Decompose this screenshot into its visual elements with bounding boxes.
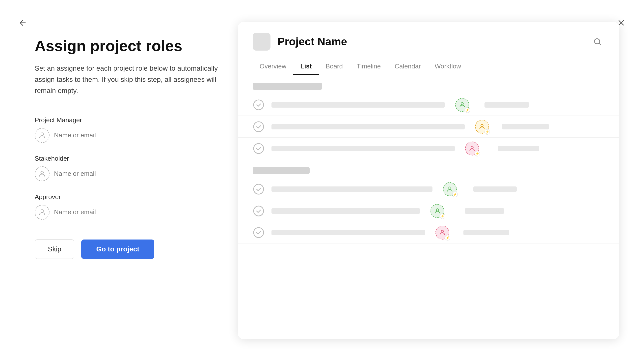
close-button[interactable] (613, 15, 629, 31)
search-icon-button[interactable] (590, 35, 604, 49)
status-pill (498, 146, 539, 151)
task-row: ⚡ (238, 222, 619, 243)
tab-workflow[interactable]: Workflow (428, 59, 468, 75)
task-assignee-red: ⚡ (465, 142, 479, 155)
task-check-icon[interactable] (253, 205, 264, 217)
task-bar (272, 208, 420, 214)
project-identity: Project Name (253, 33, 347, 51)
tab-timeline[interactable]: Timeline (350, 59, 388, 75)
role-section-approver: Approver (35, 193, 218, 220)
task-assignee-green: ⚡ (455, 98, 469, 112)
task-row: ⚡ (238, 200, 619, 222)
svg-point-8 (254, 144, 264, 153)
section-header-1 (238, 75, 619, 94)
task-assignee-green: ⚡ (443, 182, 457, 196)
task-row: ⚡ (238, 178, 619, 200)
avatar-placeholder-stakeholder (35, 166, 50, 181)
lightning-badge: ⚡ (484, 129, 490, 135)
lightning-badge: ⚡ (440, 213, 445, 219)
avatar-placeholder-approver (35, 205, 50, 220)
svg-point-2 (41, 209, 44, 212)
role-label-stakeholder: Stakeholder (35, 155, 218, 162)
task-check-icon[interactable] (253, 121, 264, 133)
svg-point-0 (41, 133, 44, 135)
back-button[interactable] (15, 15, 31, 31)
card-header-top: Project Name (253, 33, 604, 51)
svg-point-11 (448, 187, 451, 189)
role-label-project-manager: Project Manager (35, 116, 218, 124)
section-bar-2 (253, 167, 310, 174)
task-bar (272, 186, 432, 192)
right-panel: Project Name Overview List Board (238, 22, 629, 339)
svg-point-15 (441, 230, 443, 233)
task-bar (272, 124, 465, 129)
tab-overview[interactable]: Overview (253, 59, 293, 75)
status-pill (473, 186, 517, 192)
task-check-icon[interactable] (253, 183, 264, 195)
tab-list[interactable]: List (293, 59, 318, 75)
section-bar-1 (253, 83, 322, 90)
task-assignee-red: ⚡ (436, 226, 449, 239)
task-row: ⚡ (238, 137, 619, 159)
buttons-row: Skip Go to project (35, 239, 218, 259)
role-input-wrapper-stakeholder (35, 166, 218, 181)
role-label-approver: Approver (35, 193, 218, 201)
task-row: ⚡ (238, 116, 619, 137)
task-assignee-yellow: ⚡ (475, 120, 489, 134)
task-avatar-col: ⚡ (432, 182, 467, 196)
status-pill (502, 124, 549, 129)
lightning-badge: ⚡ (445, 235, 450, 240)
task-bar (272, 146, 455, 151)
task-row: ⚡ (238, 94, 619, 116)
task-avatar-col: ⚡ (455, 142, 490, 155)
lightning-badge: ⚡ (452, 192, 458, 197)
task-status-col (467, 186, 517, 192)
page-container: Assign project roles Set an assignee for… (0, 0, 644, 361)
lightning-badge: ⚡ (465, 107, 470, 113)
role-section-stakeholder: Stakeholder (35, 155, 218, 181)
svg-point-10 (254, 184, 264, 194)
tab-calendar[interactable]: Calendar (388, 59, 428, 75)
task-check-icon[interactable] (253, 227, 264, 238)
approver-input[interactable] (54, 208, 218, 216)
svg-point-9 (471, 146, 473, 148)
page-description: Set an assignee for each project role be… (35, 63, 218, 96)
project-name: Project Name (278, 36, 347, 48)
svg-point-6 (254, 122, 264, 132)
status-pill (464, 230, 509, 235)
tab-board[interactable]: Board (319, 59, 350, 75)
project-manager-input[interactable] (54, 131, 218, 139)
task-check-icon[interactable] (253, 99, 264, 111)
task-avatar-col: ⚡ (425, 226, 460, 239)
section-header-2 (238, 159, 619, 178)
task-status-col (490, 146, 539, 151)
svg-point-4 (254, 100, 264, 110)
stakeholder-input[interactable] (54, 170, 218, 178)
lightning-badge: ⚡ (474, 151, 480, 156)
task-avatar-col: ⚡ (420, 204, 455, 218)
svg-point-14 (254, 228, 264, 237)
svg-point-7 (481, 124, 483, 126)
task-avatar-col: ⚡ (445, 98, 480, 112)
task-check-icon[interactable] (253, 143, 264, 154)
task-status-col (480, 102, 529, 108)
task-assignee-green: ⚡ (430, 204, 444, 218)
card-tabs: Overview List Board Timeline Calendar Wo… (253, 59, 604, 75)
skip-button[interactable]: Skip (35, 239, 74, 259)
task-status-col (460, 230, 509, 235)
task-status-col (499, 124, 549, 129)
role-section-project-manager: Project Manager (35, 116, 218, 143)
svg-point-1 (41, 171, 44, 174)
svg-point-5 (461, 102, 463, 105)
svg-point-12 (254, 206, 264, 216)
task-bar (272, 102, 445, 108)
task-bar (272, 230, 425, 235)
left-panel: Assign project roles Set an assignee for… (15, 22, 238, 274)
task-avatar-col: ⚡ (465, 120, 499, 134)
go-to-project-button[interactable]: Go to project (81, 239, 154, 259)
status-pill (465, 208, 504, 214)
project-card: Project Name Overview List Board (238, 22, 619, 339)
svg-point-3 (594, 39, 600, 44)
project-avatar (253, 33, 270, 51)
page-title: Assign project roles (35, 37, 218, 55)
